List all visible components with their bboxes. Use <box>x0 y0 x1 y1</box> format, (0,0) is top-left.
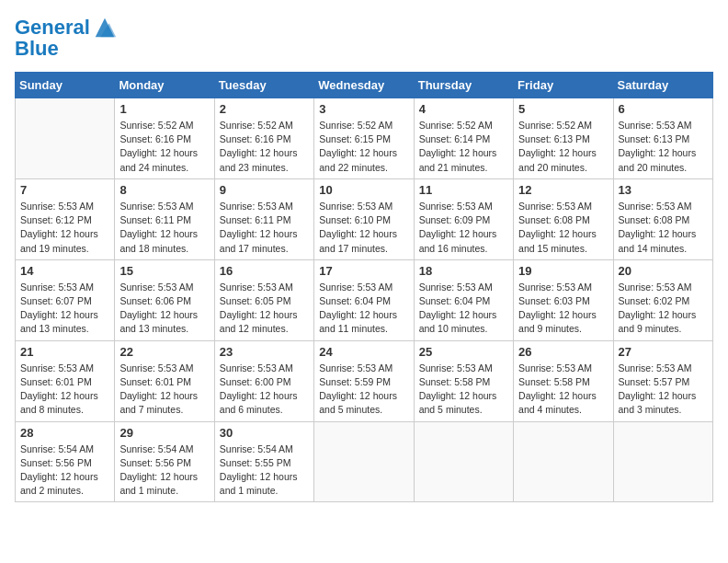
calendar-cell: 29Sunrise: 5:54 AMSunset: 5:56 PMDayligh… <box>115 421 214 502</box>
day-info: Sunrise: 5:53 AMSunset: 6:08 PMDaylight:… <box>619 200 708 256</box>
calendar-cell: 21Sunrise: 5:53 AMSunset: 6:01 PMDayligh… <box>16 340 115 421</box>
calendar-cell: 1Sunrise: 5:52 AMSunset: 6:16 PMDaylight… <box>115 98 214 179</box>
day-number: 24 <box>319 345 408 359</box>
calendar-cell: 19Sunrise: 5:53 AMSunset: 6:03 PMDayligh… <box>514 259 613 340</box>
day-number: 18 <box>419 264 508 278</box>
calendar-cell: 3Sunrise: 5:52 AMSunset: 6:15 PMDaylight… <box>314 98 414 179</box>
day-info: Sunrise: 5:52 AMSunset: 6:13 PMDaylight:… <box>518 119 608 175</box>
day-info: Sunrise: 5:54 AMSunset: 5:56 PMDaylight:… <box>119 442 209 499</box>
day-info: Sunrise: 5:53 AMSunset: 6:08 PMDaylight:… <box>518 200 608 256</box>
calendar-week-row: 7Sunrise: 5:53 AMSunset: 6:12 PMDaylight… <box>16 178 713 259</box>
day-number: 14 <box>20 264 109 278</box>
calendar-cell: 25Sunrise: 5:53 AMSunset: 5:58 PMDayligh… <box>414 340 513 421</box>
calendar-cell: 8Sunrise: 5:53 AMSunset: 6:11 PMDaylight… <box>115 178 214 259</box>
day-number: 2 <box>220 102 309 116</box>
calendar-cell: 17Sunrise: 5:53 AMSunset: 6:04 PMDayligh… <box>314 259 414 340</box>
weekday-header: Sunday <box>16 73 115 98</box>
calendar-cell: 27Sunrise: 5:53 AMSunset: 5:57 PMDayligh… <box>613 340 712 421</box>
day-info: Sunrise: 5:53 AMSunset: 5:58 PMDaylight:… <box>518 362 608 418</box>
day-number: 10 <box>319 183 408 197</box>
day-info: Sunrise: 5:53 AMSunset: 5:58 PMDaylight:… <box>419 362 508 418</box>
logo-icon <box>92 15 118 40</box>
day-info: Sunrise: 5:53 AMSunset: 6:10 PMDaylight:… <box>319 200 408 256</box>
weekday-header: Thursday <box>414 73 513 98</box>
calendar-cell: 5Sunrise: 5:52 AMSunset: 6:13 PMDaylight… <box>514 98 613 179</box>
day-info: Sunrise: 5:52 AMSunset: 6:15 PMDaylight:… <box>319 119 408 175</box>
day-number: 11 <box>419 183 508 197</box>
day-number: 13 <box>619 183 708 197</box>
day-info: Sunrise: 5:53 AMSunset: 6:13 PMDaylight:… <box>619 119 708 175</box>
calendar-cell: 14Sunrise: 5:53 AMSunset: 6:07 PMDayligh… <box>16 259 115 340</box>
day-number: 28 <box>20 426 109 440</box>
calendar-header-row: SundayMondayTuesdayWednesdayThursdayFrid… <box>16 73 713 98</box>
calendar-cell: 24Sunrise: 5:53 AMSunset: 5:59 PMDayligh… <box>314 340 414 421</box>
logo-text: General <box>15 17 90 39</box>
day-info: Sunrise: 5:53 AMSunset: 6:01 PMDaylight:… <box>119 362 209 418</box>
day-info: Sunrise: 5:53 AMSunset: 6:06 PMDaylight:… <box>119 281 209 337</box>
calendar-week-row: 21Sunrise: 5:53 AMSunset: 6:01 PMDayligh… <box>16 340 713 421</box>
day-number: 1 <box>119 102 209 116</box>
calendar-cell: 10Sunrise: 5:53 AMSunset: 6:10 PMDayligh… <box>314 178 414 259</box>
day-number: 19 <box>518 264 608 278</box>
calendar-cell: 9Sunrise: 5:53 AMSunset: 6:11 PMDaylight… <box>214 178 313 259</box>
day-number: 30 <box>220 426 309 440</box>
day-number: 23 <box>220 345 309 359</box>
calendar-cell <box>414 421 513 502</box>
calendar-cell: 4Sunrise: 5:52 AMSunset: 6:14 PMDaylight… <box>414 98 513 179</box>
day-info: Sunrise: 5:53 AMSunset: 6:01 PMDaylight:… <box>20 362 109 418</box>
day-info: Sunrise: 5:53 AMSunset: 5:59 PMDaylight:… <box>319 362 408 418</box>
day-info: Sunrise: 5:53 AMSunset: 6:05 PMDaylight:… <box>220 281 309 337</box>
calendar-cell <box>314 421 414 502</box>
calendar-cell <box>16 98 115 179</box>
calendar-cell: 7Sunrise: 5:53 AMSunset: 6:12 PMDaylight… <box>16 178 115 259</box>
day-info: Sunrise: 5:53 AMSunset: 6:07 PMDaylight:… <box>20 281 109 337</box>
weekday-header: Tuesday <box>214 73 313 98</box>
calendar-week-row: 14Sunrise: 5:53 AMSunset: 6:07 PMDayligh… <box>16 259 713 340</box>
day-number: 20 <box>619 264 708 278</box>
logo: General Blue <box>15 15 118 61</box>
day-number: 12 <box>518 183 608 197</box>
calendar-cell <box>514 421 613 502</box>
day-info: Sunrise: 5:53 AMSunset: 5:57 PMDaylight:… <box>619 362 708 418</box>
calendar-cell: 26Sunrise: 5:53 AMSunset: 5:58 PMDayligh… <box>514 340 613 421</box>
day-number: 29 <box>119 426 209 440</box>
day-number: 4 <box>419 102 508 116</box>
calendar-cell: 2Sunrise: 5:52 AMSunset: 6:16 PMDaylight… <box>214 98 313 179</box>
calendar-cell <box>613 421 712 502</box>
day-info: Sunrise: 5:53 AMSunset: 6:00 PMDaylight:… <box>220 362 309 418</box>
day-info: Sunrise: 5:53 AMSunset: 6:04 PMDaylight:… <box>319 281 408 337</box>
calendar-cell: 11Sunrise: 5:53 AMSunset: 6:09 PMDayligh… <box>414 178 513 259</box>
calendar-cell: 6Sunrise: 5:53 AMSunset: 6:13 PMDaylight… <box>613 98 712 179</box>
day-info: Sunrise: 5:54 AMSunset: 5:55 PMDaylight:… <box>220 442 309 499</box>
day-info: Sunrise: 5:54 AMSunset: 5:56 PMDaylight:… <box>20 442 109 499</box>
calendar-cell: 23Sunrise: 5:53 AMSunset: 6:00 PMDayligh… <box>214 340 313 421</box>
weekday-header: Wednesday <box>314 73 414 98</box>
day-info: Sunrise: 5:53 AMSunset: 6:09 PMDaylight:… <box>419 200 508 256</box>
day-info: Sunrise: 5:53 AMSunset: 6:12 PMDaylight:… <box>20 200 109 256</box>
calendar-cell: 13Sunrise: 5:53 AMSunset: 6:08 PMDayligh… <box>613 178 712 259</box>
calendar-cell: 15Sunrise: 5:53 AMSunset: 6:06 PMDayligh… <box>115 259 214 340</box>
day-number: 7 <box>20 183 109 197</box>
calendar-cell: 16Sunrise: 5:53 AMSunset: 6:05 PMDayligh… <box>214 259 313 340</box>
day-number: 15 <box>119 264 209 278</box>
calendar-cell: 18Sunrise: 5:53 AMSunset: 6:04 PMDayligh… <box>414 259 513 340</box>
day-info: Sunrise: 5:52 AMSunset: 6:16 PMDaylight:… <box>220 119 309 175</box>
day-number: 25 <box>419 345 508 359</box>
day-info: Sunrise: 5:53 AMSunset: 6:11 PMDaylight:… <box>220 200 309 256</box>
day-number: 27 <box>619 345 708 359</box>
weekday-header: Saturday <box>613 73 712 98</box>
day-number: 17 <box>319 264 408 278</box>
day-number: 22 <box>119 345 209 359</box>
day-number: 6 <box>619 102 708 116</box>
calendar-cell: 22Sunrise: 5:53 AMSunset: 6:01 PMDayligh… <box>115 340 214 421</box>
calendar-cell: 20Sunrise: 5:53 AMSunset: 6:02 PMDayligh… <box>613 259 712 340</box>
day-info: Sunrise: 5:53 AMSunset: 6:04 PMDaylight:… <box>419 281 508 337</box>
day-info: Sunrise: 5:52 AMSunset: 6:16 PMDaylight:… <box>119 119 209 175</box>
day-number: 9 <box>220 183 309 197</box>
day-info: Sunrise: 5:53 AMSunset: 6:03 PMDaylight:… <box>518 281 608 337</box>
calendar-table: SundayMondayTuesdayWednesdayThursdayFrid… <box>15 72 713 502</box>
day-info: Sunrise: 5:53 AMSunset: 6:02 PMDaylight:… <box>619 281 708 337</box>
weekday-header: Friday <box>514 73 613 98</box>
calendar-cell: 28Sunrise: 5:54 AMSunset: 5:56 PMDayligh… <box>16 421 115 502</box>
calendar-cell: 12Sunrise: 5:53 AMSunset: 6:08 PMDayligh… <box>514 178 613 259</box>
